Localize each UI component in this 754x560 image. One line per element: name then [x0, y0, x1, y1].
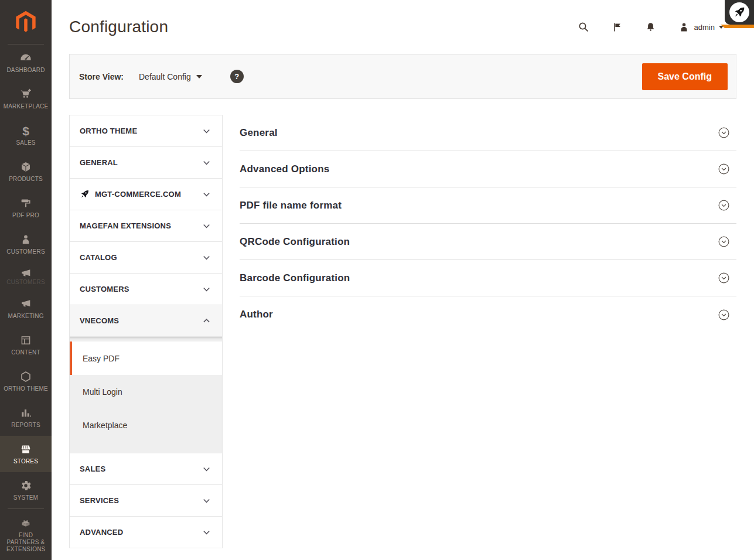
chevron-down-icon — [201, 220, 212, 231]
sidebar-item-customers[interactable]: CUSTOMERS — [0, 226, 52, 262]
config-group-services[interactable]: SERVICES — [70, 485, 222, 517]
circled-chevron-down-icon[interactable] — [718, 309, 730, 321]
chevron-down-icon — [201, 157, 212, 168]
config-group-label: CUSTOMERS — [80, 285, 129, 293]
sidebar-item-dashboard[interactable]: DASHBOARD — [0, 45, 52, 81]
sidebar-item-sales[interactable]: $ SALES — [0, 117, 52, 153]
section-title: PDF file name format — [240, 200, 342, 211]
section-row-qrcode-configuration[interactable]: QRCode Configuration — [240, 224, 736, 260]
rocket-speed-overlay[interactable] — [725, 0, 754, 28]
sidebar-item-label: REPORTS — [8, 422, 43, 429]
section-row-general[interactable]: General — [240, 115, 736, 151]
box-icon — [19, 161, 32, 173]
gauge-icon — [19, 52, 32, 64]
help-icon[interactable]: ? — [230, 70, 244, 83]
notifications-button[interactable] — [644, 21, 657, 33]
search-button[interactable] — [577, 21, 590, 33]
page-title: Configuration — [69, 18, 168, 36]
search-icon — [577, 21, 590, 33]
sidebar-item-label: SALES — [13, 139, 38, 146]
chevron-down-icon — [201, 463, 212, 474]
section-row-author[interactable]: Author — [240, 296, 736, 333]
sidebar-item-label: ORTHO THEME — [1, 385, 51, 392]
sidebar-item-customers-faded[interactable]: CUSTOMERS — [0, 262, 52, 291]
flag-button[interactable] — [611, 21, 623, 33]
config-group-customers[interactable]: CUSTOMERS — [70, 274, 222, 305]
circled-chevron-down-icon[interactable] — [718, 163, 730, 175]
sidebar-item-label: STORES — [11, 458, 41, 465]
chevron-down-icon — [196, 75, 202, 78]
chevron-down-icon — [201, 284, 212, 295]
circled-chevron-down-icon[interactable] — [718, 199, 730, 211]
page-header: Configuration admin — [52, 0, 754, 54]
sidebar-item-label: PRODUCTS — [6, 176, 46, 183]
storefront-icon — [19, 443, 32, 456]
gear-icon — [19, 479, 32, 492]
config-group-catalog[interactable]: CATALOG — [70, 242, 222, 274]
sidebar-item-label: FIND PARTNERS & EXTENSIONS — [4, 532, 48, 553]
dollar-icon: $ — [22, 124, 29, 137]
section-title: Barcode Configuration — [240, 272, 350, 284]
header-actions: admin — [577, 21, 724, 33]
sidebar-item-ortho-theme[interactable]: ORTHO THEME — [0, 363, 52, 399]
config-group-vnecoms[interactable]: VNECOMS — [70, 305, 222, 337]
circled-chevron-down-icon[interactable] — [718, 272, 730, 284]
rocket-overlay-box[interactable] — [725, 0, 754, 25]
config-subnav-item-easy-pdf[interactable]: Easy PDF — [70, 342, 222, 375]
sidebar-item-system[interactable]: SYSTEM — [0, 472, 52, 508]
config-group-sales[interactable]: SALES — [70, 453, 222, 485]
config-group-ortho-theme[interactable]: ORTHO THEME — [70, 115, 222, 147]
section-title: General — [240, 127, 278, 139]
circled-chevron-down-icon[interactable] — [718, 235, 730, 248]
bar-chart-icon — [19, 407, 32, 419]
sidebar-item-find-partners-extensions[interactable]: FIND PARTNERS & EXTENSIONS — [0, 509, 52, 560]
config-subnav-item-marketplace[interactable]: Marketplace — [70, 408, 222, 442]
sidebar-item-label: DASHBOARD — [4, 67, 47, 74]
circled-chevron-down-icon[interactable] — [718, 127, 730, 139]
rocket-overlay-progress-bar — [725, 25, 754, 28]
config-group-magefan-extensions[interactable]: MAGEFAN EXTENSIONS — [70, 210, 222, 242]
chevron-down-icon — [201, 189, 212, 200]
sidebar-item-label: SYSTEM — [11, 494, 41, 501]
flag-icon — [611, 21, 623, 33]
config-group-mgt-commerce[interactable]: MGT-COMMERCE.COM — [70, 179, 222, 210]
section-title: QRCode Configuration — [240, 236, 350, 248]
config-group-label: MGT-COMMERCE.COM — [95, 190, 181, 199]
admin-sidebar: DASHBOARD MARKETPLACE $ SALES PRODUCTS P… — [0, 0, 52, 560]
section-row-barcode-configuration[interactable]: Barcode Configuration — [240, 260, 736, 296]
sidebar-item-marketplace[interactable]: MARKETPLACE — [0, 81, 52, 117]
admin-username: admin — [694, 23, 715, 32]
config-group-general[interactable]: GENERAL — [70, 147, 222, 179]
sidebar-item-label: MARKETING — [5, 313, 46, 320]
chevron-down-icon — [201, 527, 212, 538]
store-view-switcher[interactable]: Default Config — [139, 72, 202, 81]
sidebar-item-label: CONTENT — [8, 349, 43, 356]
chevron-down-icon — [201, 495, 212, 506]
section-row-pdf-file-name-format[interactable]: PDF file name format — [240, 187, 736, 224]
save-config-button[interactable]: Save Config — [642, 63, 728, 90]
chevron-down-icon — [201, 125, 212, 136]
config-group-label: MAGEFAN EXTENSIONS — [80, 221, 171, 230]
config-nav: ORTHO THEME GENERAL MGT-COMMERCE.COM MAG… — [69, 115, 223, 548]
sidebar-item-marketing[interactable]: MARKETING — [0, 291, 52, 327]
config-group-label: ADVANCED — [80, 528, 123, 537]
content-area: ORTHO THEME GENERAL MGT-COMMERCE.COM MAG… — [69, 115, 736, 548]
sidebar-item-content[interactable]: CONTENT — [0, 327, 52, 363]
section-row-advanced-options[interactable]: Advanced Options — [240, 151, 736, 187]
admin-account-menu[interactable]: admin — [678, 21, 724, 33]
person-icon — [19, 233, 32, 246]
sidebar-item-stores[interactable]: STORES — [0, 436, 52, 472]
sidebar-item-pdf-pro[interactable]: PDF PRO — [0, 190, 52, 226]
magento-logo[interactable] — [0, 0, 52, 44]
brick-icon — [19, 517, 32, 530]
config-subnav-item-multi-login[interactable]: Multi Login — [70, 375, 222, 408]
sidebar-item-label: PDF PRO — [9, 212, 42, 219]
sidebar-item-products[interactable]: PRODUCTS — [0, 153, 52, 190]
rocket-icon — [729, 2, 749, 22]
sidebar-item-reports[interactable]: REPORTS — [0, 399, 52, 436]
config-subnav-vnecoms: Easy PDF Multi Login Marketplace — [70, 337, 222, 453]
config-group-label: SERVICES — [80, 496, 119, 505]
layout-icon — [19, 334, 32, 347]
config-group-advanced[interactable]: ADVANCED — [70, 517, 222, 548]
config-group-label: GENERAL — [80, 158, 118, 167]
